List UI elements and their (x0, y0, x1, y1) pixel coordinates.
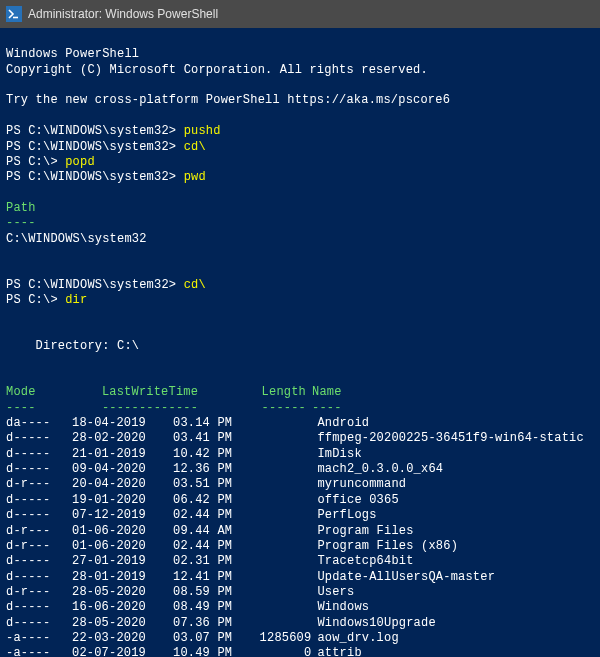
prompt-4-prefix: PS C:\WINDOWS\system32> (6, 170, 184, 184)
dir-row-ampm: PM (217, 462, 239, 477)
pwd-header: Path (6, 201, 36, 215)
dir-row-name: mach2_0.3.0.0_x64 (311, 462, 443, 477)
dir-row-time: 03.07 (146, 631, 210, 646)
dir-row-mode: d----- (6, 462, 66, 477)
prompt-2-prefix: PS C:\WINDOWS\system32> (6, 140, 184, 154)
dir-row-mode: d----- (6, 570, 66, 585)
console-output[interactable]: Windows PowerShell Copyright (C) Microso… (0, 28, 600, 657)
dir-row-date: 28-01-2019 (66, 570, 146, 585)
dir-row-mode: d----- (6, 493, 66, 508)
dir-row-name: Users (311, 585, 354, 600)
dir-row-date: 20-04-2020 (66, 477, 146, 492)
window-title: Administrator: Windows PowerShell (28, 7, 218, 21)
dir-row-name: PerfLogs (311, 508, 376, 523)
dir-row-time: 09.44 (146, 524, 210, 539)
dir-dash-length: ------ (234, 401, 306, 416)
dir-row-time: 07.36 (146, 616, 210, 631)
dir-row-date: 07-12-2019 (66, 508, 146, 523)
prompt-3-prefix: PS C:\> (6, 155, 65, 169)
dir-row-ampm: PM (217, 539, 239, 554)
dir-row-date: 01-06-2020 (66, 524, 146, 539)
cmd-popd: popd (65, 155, 95, 169)
dir-row-ampm: PM (217, 477, 239, 492)
cmd-cd-root-2: cd\ (184, 278, 206, 292)
dir-row-time: 10.42 (146, 447, 210, 462)
dir-row-length: 1285609 (239, 631, 311, 646)
dir-row-ampm: AM (217, 524, 239, 539)
dir-row-mode: d----- (6, 447, 66, 462)
dir-row-ampm: PM (217, 554, 239, 569)
dir-row-name: Tracetcp64bit (311, 554, 413, 569)
dir-row-time: 08.59 (146, 585, 210, 600)
dir-row-name: Android (311, 416, 369, 431)
dir-row-time: 08.49 (146, 600, 210, 615)
dir-row-time: 03.51 (146, 477, 210, 492)
banner-line1: Windows PowerShell (6, 47, 139, 61)
dir-dash-lwt: ------------- (66, 401, 234, 416)
dir-row-name: attrib (311, 646, 361, 657)
dir-dash-name: ---- (306, 401, 342, 416)
dir-row-length: 0 (239, 646, 311, 657)
dir-row-name: office 0365 (311, 493, 398, 508)
dir-row-mode: d-r--- (6, 539, 66, 554)
dir-header-name: Name (306, 385, 342, 400)
banner-try: Try the new cross-platform PowerShell ht… (6, 93, 450, 107)
dir-row-time: 10.49 (146, 646, 210, 657)
powershell-icon (6, 6, 22, 22)
dir-row-ampm: PM (217, 600, 239, 615)
cmd-pwd: pwd (184, 170, 206, 184)
dir-row-ampm: PM (217, 416, 239, 431)
banner-line2: Copyright (C) Microsoft Corporation. All… (6, 63, 428, 77)
dir-row-ampm: PM (217, 431, 239, 446)
dir-row-time: 02.44 (146, 539, 210, 554)
dir-row-ampm: PM (217, 508, 239, 523)
dir-row-name: Windows10Upgrade (311, 616, 435, 631)
prompt-1-prefix: PS C:\WINDOWS\system32> (6, 124, 184, 138)
dir-row-mode: d-r--- (6, 585, 66, 600)
dir-row-name: Program Files (311, 524, 413, 539)
dir-row-date: 28-05-2020 (66, 616, 146, 631)
titlebar[interactable]: Administrator: Windows PowerShell (0, 0, 600, 28)
dir-row-ampm: PM (217, 631, 239, 646)
dir-rows: da----18-04-201903.14 PMAndroid d-----28… (6, 416, 594, 657)
dir-row-mode: d----- (6, 600, 66, 615)
dir-row-name: ffmpeg-20200225-36451f9-win64-static (311, 431, 583, 446)
pwd-value: C:\WINDOWS\system32 (6, 232, 147, 246)
dir-row-date: 02-07-2019 (66, 646, 146, 657)
dir-row-time: 12.36 (146, 462, 210, 477)
dir-header-lwt: LastWriteTime (66, 385, 234, 400)
dir-row-mode: d----- (6, 508, 66, 523)
dir-row-ampm: PM (217, 570, 239, 585)
dir-row-mode: d----- (6, 554, 66, 569)
cmd-cd-root-1: cd\ (184, 140, 206, 154)
dir-row-mode: d-r--- (6, 524, 66, 539)
dir-row-date: 28-02-2020 (66, 431, 146, 446)
dir-row-name: ImDisk (311, 447, 361, 462)
dir-row-time: 06.42 (146, 493, 210, 508)
dir-row-ampm: PM (217, 493, 239, 508)
dir-row-time: 02.31 (146, 554, 210, 569)
dir-row-mode: da---- (6, 416, 66, 431)
dir-row-time: 02.44 (146, 508, 210, 523)
dir-row-mode: -a---- (6, 646, 66, 657)
dir-row-time: 03.14 (146, 416, 210, 431)
dir-header-mode: Mode (6, 385, 66, 400)
dir-row-mode: d----- (6, 431, 66, 446)
dir-title: Directory: C:\ (6, 339, 139, 353)
dir-row-mode: d----- (6, 616, 66, 631)
dir-row-date: 28-05-2020 (66, 585, 146, 600)
dir-row-name: myruncommand (311, 477, 406, 492)
dir-row-name: Update-AllUsersQA-master (311, 570, 495, 585)
dir-row-ampm: PM (217, 585, 239, 600)
dir-header-length: Length (234, 385, 306, 400)
dir-row-date: 09-04-2020 (66, 462, 146, 477)
dir-row-date: 27-01-2019 (66, 554, 146, 569)
dir-row-time: 12.41 (146, 570, 210, 585)
cmd-pushd: pushd (184, 124, 221, 138)
dir-row-time: 03.41 (146, 431, 210, 446)
dir-row-name: Program Files (x86) (311, 539, 458, 554)
dir-row-ampm: PM (217, 646, 239, 657)
dir-row-date: 16-06-2020 (66, 600, 146, 615)
dir-row-date: 19-01-2020 (66, 493, 146, 508)
dir-row-date: 18-04-2019 (66, 416, 146, 431)
